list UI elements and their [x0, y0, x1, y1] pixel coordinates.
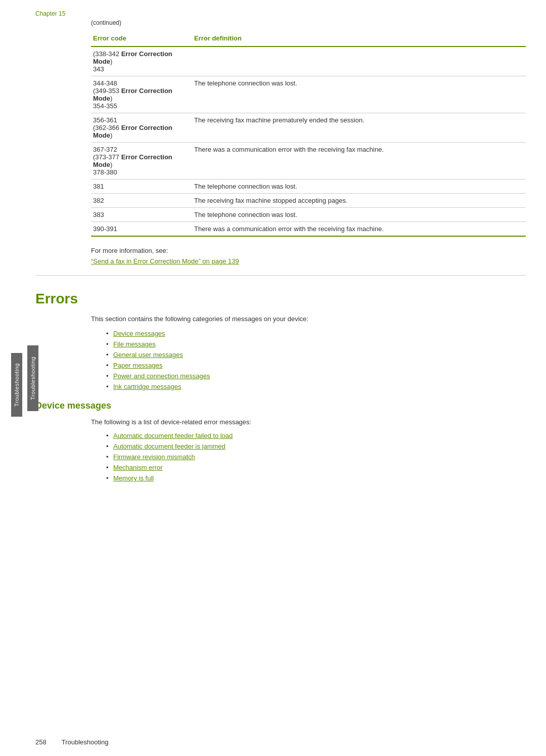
errors-category-link[interactable]: Device messages: [113, 330, 165, 337]
list-item: Firmware revision mismatch: [106, 453, 526, 461]
errors-category-link[interactable]: Power and connection messages: [113, 372, 210, 380]
device-messages-intro: The following is a list of device-relate…: [91, 418, 526, 426]
device-message-link[interactable]: Automatic document feeder is jammed: [113, 442, 225, 450]
errors-category-link[interactable]: Ink cartridge messages: [113, 383, 181, 390]
device-message-link[interactable]: Mechanism error: [113, 464, 163, 471]
continued-label: (continued): [91, 19, 526, 26]
errors-category-link[interactable]: Paper messages: [113, 362, 163, 369]
col-header-code: Error code: [91, 31, 192, 47]
for-more-info-label: For more information, see:: [91, 247, 526, 254]
error-code-cell: 390-391: [91, 222, 192, 237]
device-messages-link-list: Automatic document feeder failed to load…: [106, 432, 526, 482]
errors-heading: Errors: [35, 291, 526, 307]
chapter-label: Chapter 15: [35, 10, 526, 17]
list-item: File messages: [106, 340, 526, 348]
list-item: Ink cartridge messages: [106, 383, 526, 390]
error-code-cell: 381: [91, 180, 192, 194]
footer-label: Troubleshooting: [62, 738, 109, 746]
table-row: 367-372(373-377 Error Correction Mode)37…: [91, 143, 526, 180]
page-number: 258: [35, 738, 47, 746]
error-definition-cell: The receiving fax machine prematurely en…: [192, 113, 526, 143]
error-code-cell: 344-348(349-353 Error Correction Mode)35…: [91, 76, 192, 113]
error-definition-cell: [192, 47, 526, 76]
list-item: Automatic document feeder is jammed: [106, 442, 526, 450]
list-item: Device messages: [106, 330, 526, 337]
error-definition-cell: The telephone connection was lost.: [192, 180, 526, 194]
table-row: 382The receiving fax machine stopped acc…: [91, 194, 526, 208]
table-row: 344-348(349-353 Error Correction Mode)35…: [91, 76, 526, 113]
error-code-cell: (338-342 Error Correction Mode)343: [91, 47, 192, 76]
list-item: Mechanism error: [106, 464, 526, 471]
table-row: 390-391There was a communication error w…: [91, 222, 526, 237]
errors-intro: This section contains the following cate…: [91, 315, 526, 323]
error-definition-cell: The telephone connection was lost.: [192, 76, 526, 113]
error-definition-cell: There was a communication error with the…: [192, 222, 526, 237]
table-row: 383The telephone connection was lost.: [91, 208, 526, 222]
table-row: 381The telephone connection was lost.: [91, 180, 526, 194]
error-definition-cell: The receiving fax machine stopped accept…: [192, 194, 526, 208]
error-code-cell: 356-361(362-366 Error Correction Mode): [91, 113, 192, 143]
col-header-definition: Error definition: [192, 31, 526, 47]
device-message-link[interactable]: Automatic document feeder failed to load: [113, 432, 233, 439]
section-divider: [35, 275, 526, 276]
errors-category-link[interactable]: General user messages: [113, 351, 183, 359]
list-item: Power and connection messages: [106, 372, 526, 380]
list-item: Memory is full: [106, 474, 526, 482]
error-table: Error code Error definition (338-342 Err…: [91, 31, 526, 237]
table-row: 356-361(362-366 Error Correction Mode)Th…: [91, 113, 526, 143]
list-item: Paper messages: [106, 362, 526, 369]
table-row: (338-342 Error Correction Mode)343: [91, 47, 526, 76]
list-item: General user messages: [106, 351, 526, 359]
page-footer: 258 Troubleshooting: [15, 738, 546, 746]
error-definition-cell: The telephone connection was lost.: [192, 208, 526, 222]
error-code-cell: 367-372(373-377 Error Correction Mode)37…: [91, 143, 192, 180]
troubleshooting-side-tab: Troubleshooting: [27, 345, 38, 411]
error-code-cell: 382: [91, 194, 192, 208]
errors-link-list: Device messagesFile messagesGeneral user…: [106, 330, 526, 390]
error-definition-cell: There was a communication error with the…: [192, 143, 526, 180]
device-message-link[interactable]: Memory is full: [113, 474, 154, 482]
error-code-cell: 383: [91, 208, 192, 222]
side-tab: Troubleshooting: [11, 353, 22, 417]
errors-category-link[interactable]: File messages: [113, 340, 156, 348]
error-correction-link[interactable]: “Send a fax in Error Correction Mode” on…: [91, 257, 526, 265]
device-message-link[interactable]: Firmware revision mismatch: [113, 453, 195, 461]
list-item: Automatic document feeder failed to load: [106, 432, 526, 439]
device-messages-heading: Device messages: [35, 401, 526, 411]
